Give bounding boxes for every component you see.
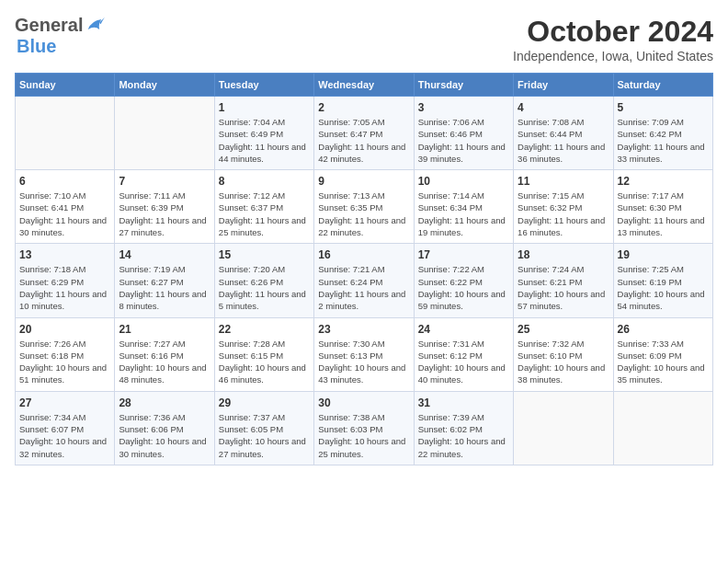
- sunrise: Sunrise: 7:21 AM: [318, 264, 384, 274]
- sunset: Sunset: 6:44 PM: [518, 129, 582, 139]
- day-info: Sunrise: 7:26 AM Sunset: 6:18 PM Dayligh…: [19, 338, 110, 386]
- daylight: Daylight: 10 hours and 51 minutes.: [19, 362, 107, 385]
- logo: General Blue: [15, 15, 105, 57]
- daylight: Daylight: 10 hours and 54 minutes.: [618, 289, 705, 311]
- sunrise: Sunrise: 7:17 AM: [618, 190, 684, 201]
- page-header: General Blue October 2024 Independence, …: [15, 15, 713, 63]
- day-info: Sunrise: 7:32 AM Sunset: 6:10 PM Dayligh…: [518, 338, 609, 386]
- calendar-table: SundayMondayTuesdayWednesdayThursdayFrid…: [15, 73, 713, 465]
- week-row-1: 1 Sunrise: 7:04 AM Sunset: 6:49 PM Dayli…: [16, 97, 713, 170]
- calendar-cell: 17 Sunrise: 7:22 AM Sunset: 6:22 PM Dayl…: [414, 244, 513, 317]
- logo-general: General: [15, 15, 83, 36]
- calendar-cell: [16, 97, 115, 170]
- sunrise: Sunrise: 7:33 AM: [618, 339, 684, 349]
- sunset: Sunset: 6:18 PM: [19, 350, 84, 361]
- calendar-cell: 5 Sunrise: 7:09 AM Sunset: 6:42 PM Dayli…: [613, 97, 712, 170]
- day-info: Sunrise: 7:14 AM Sunset: 6:34 PM Dayligh…: [418, 190, 509, 238]
- sunset: Sunset: 6:39 PM: [119, 202, 183, 213]
- day-info: Sunrise: 7:21 AM Sunset: 6:24 PM Dayligh…: [318, 263, 409, 312]
- calendar-cell: 18 Sunrise: 7:24 AM Sunset: 6:21 PM Dayl…: [514, 244, 613, 317]
- calendar-cell: 23 Sunrise: 7:30 AM Sunset: 6:13 PM Dayl…: [314, 317, 414, 391]
- day-number: 25: [518, 323, 609, 336]
- calendar-cell: 6 Sunrise: 7:10 AM Sunset: 6:41 PM Dayli…: [16, 170, 115, 244]
- daylight: Daylight: 10 hours and 22 minutes.: [418, 436, 506, 458]
- calendar-cell: 19 Sunrise: 7:25 AM Sunset: 6:19 PM Dayl…: [613, 244, 712, 317]
- sunrise: Sunrise: 7:30 AM: [318, 339, 384, 349]
- day-info: Sunrise: 7:13 AM Sunset: 6:35 PM Dayligh…: [318, 190, 409, 238]
- sunrise: Sunrise: 7:20 AM: [219, 264, 285, 274]
- daylight: Daylight: 10 hours and 48 minutes.: [119, 362, 206, 385]
- sunset: Sunset: 6:37 PM: [219, 202, 283, 213]
- sunset: Sunset: 6:47 PM: [318, 129, 382, 139]
- daylight: Daylight: 11 hours and 2 minutes.: [318, 289, 405, 311]
- calendar-cell: 16 Sunrise: 7:21 AM Sunset: 6:24 PM Dayl…: [314, 244, 414, 317]
- day-info: Sunrise: 7:12 AM Sunset: 6:37 PM Dayligh…: [219, 190, 310, 238]
- sunset: Sunset: 6:12 PM: [418, 350, 483, 361]
- sunrise: Sunrise: 7:04 AM: [219, 117, 285, 127]
- sunset: Sunset: 6:32 PM: [518, 202, 582, 213]
- daylight: Daylight: 11 hours and 27 minutes.: [119, 215, 206, 237]
- daylight: Daylight: 10 hours and 35 minutes.: [618, 362, 705, 385]
- sunrise: Sunrise: 7:39 AM: [418, 412, 484, 422]
- calendar-cell: 3 Sunrise: 7:06 AM Sunset: 6:46 PM Dayli…: [414, 97, 513, 170]
- sunset: Sunset: 6:27 PM: [119, 277, 183, 287]
- sunset: Sunset: 6:22 PM: [418, 277, 483, 287]
- calendar-cell: 15 Sunrise: 7:20 AM Sunset: 6:26 PM Dayl…: [214, 244, 313, 317]
- sunrise: Sunrise: 7:19 AM: [119, 264, 185, 274]
- calendar-cell: 24 Sunrise: 7:31 AM Sunset: 6:12 PM Dayl…: [414, 317, 513, 391]
- day-info: Sunrise: 7:22 AM Sunset: 6:22 PM Dayligh…: [418, 263, 509, 312]
- daylight: Daylight: 11 hours and 30 minutes.: [19, 215, 107, 237]
- daylight: Daylight: 11 hours and 39 minutes.: [418, 142, 506, 164]
- sunrise: Sunrise: 7:18 AM: [19, 264, 85, 274]
- day-info: Sunrise: 7:38 AM Sunset: 6:03 PM Dayligh…: [318, 411, 409, 460]
- daylight: Daylight: 10 hours and 40 minutes.: [418, 362, 506, 385]
- day-info: Sunrise: 7:31 AM Sunset: 6:12 PM Dayligh…: [418, 338, 509, 386]
- sunrise: Sunrise: 7:26 AM: [19, 339, 85, 349]
- day-info: Sunrise: 7:04 AM Sunset: 6:49 PM Dayligh…: [219, 116, 310, 165]
- weekday-header-tuesday: Tuesday: [214, 74, 313, 97]
- sunset: Sunset: 6:49 PM: [219, 129, 283, 139]
- sunset: Sunset: 6:29 PM: [19, 277, 84, 287]
- day-number: 5: [618, 101, 709, 114]
- sunrise: Sunrise: 7:08 AM: [518, 117, 584, 127]
- calendar-cell: 25 Sunrise: 7:32 AM Sunset: 6:10 PM Dayl…: [514, 317, 613, 391]
- sunset: Sunset: 6:13 PM: [318, 350, 382, 361]
- day-number: 7: [119, 175, 210, 188]
- daylight: Daylight: 10 hours and 25 minutes.: [318, 436, 405, 458]
- daylight: Daylight: 10 hours and 43 minutes.: [318, 362, 405, 385]
- day-info: Sunrise: 7:30 AM Sunset: 6:13 PM Dayligh…: [318, 338, 409, 386]
- day-number: 22: [219, 323, 310, 336]
- sunrise: Sunrise: 7:15 AM: [518, 190, 584, 201]
- calendar-cell: 30 Sunrise: 7:38 AM Sunset: 6:03 PM Dayl…: [314, 391, 414, 465]
- sunset: Sunset: 6:07 PM: [19, 424, 84, 434]
- day-number: 17: [418, 248, 509, 261]
- day-info: Sunrise: 7:27 AM Sunset: 6:16 PM Dayligh…: [119, 338, 210, 386]
- sunset: Sunset: 6:21 PM: [518, 277, 582, 287]
- daylight: Daylight: 11 hours and 5 minutes.: [219, 289, 306, 311]
- weekday-header-row: SundayMondayTuesdayWednesdayThursdayFrid…: [16, 74, 713, 97]
- day-number: 10: [418, 175, 509, 188]
- daylight: Daylight: 11 hours and 36 minutes.: [518, 142, 605, 164]
- day-info: Sunrise: 7:10 AM Sunset: 6:41 PM Dayligh…: [19, 190, 110, 238]
- day-number: 21: [119, 323, 210, 336]
- calendar-cell: 2 Sunrise: 7:05 AM Sunset: 6:47 PM Dayli…: [314, 97, 414, 170]
- sunset: Sunset: 6:35 PM: [318, 202, 382, 213]
- day-info: Sunrise: 7:06 AM Sunset: 6:46 PM Dayligh…: [418, 116, 509, 165]
- day-info: Sunrise: 7:36 AM Sunset: 6:06 PM Dayligh…: [119, 411, 210, 460]
- calendar-cell: 26 Sunrise: 7:33 AM Sunset: 6:09 PM Dayl…: [613, 317, 712, 391]
- calendar-cell: [115, 97, 214, 170]
- calendar-cell: [613, 391, 712, 465]
- daylight: Daylight: 11 hours and 42 minutes.: [318, 142, 405, 164]
- daylight: Daylight: 10 hours and 46 minutes.: [219, 362, 306, 385]
- weekday-header-wednesday: Wednesday: [314, 74, 414, 97]
- day-number: 19: [618, 248, 709, 261]
- day-info: Sunrise: 7:24 AM Sunset: 6:21 PM Dayligh…: [518, 263, 609, 312]
- day-info: Sunrise: 7:19 AM Sunset: 6:27 PM Dayligh…: [119, 263, 210, 312]
- day-number: 29: [219, 396, 310, 409]
- day-number: 6: [19, 175, 110, 188]
- sunrise: Sunrise: 7:27 AM: [119, 339, 185, 349]
- day-info: Sunrise: 7:25 AM Sunset: 6:19 PM Dayligh…: [618, 263, 709, 312]
- day-number: 9: [318, 175, 409, 188]
- day-number: 24: [418, 323, 509, 336]
- logo-bird-icon: [85, 16, 105, 36]
